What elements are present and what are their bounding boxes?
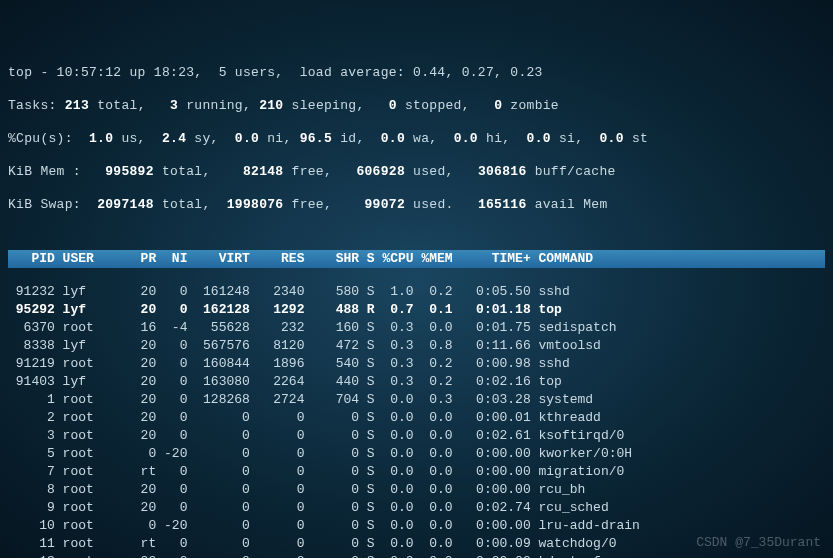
process-row: 91403 lyf 20 0 163080 2264 440 S 0.3 0.2… xyxy=(8,373,825,391)
watermark: CSDN @7_35Durant xyxy=(696,535,821,550)
summary-mem: KiB Mem : 995892 total, 82148 free, 6069… xyxy=(8,163,825,181)
process-row: 7 root rt 0 0 0 0 S 0.0 0.0 0:00.00 migr… xyxy=(8,463,825,481)
process-row: 10 root 0 -20 0 0 0 S 0.0 0.0 0:00.00 lr… xyxy=(8,517,825,535)
process-row: 5 root 0 -20 0 0 0 S 0.0 0.0 0:00.00 kwo… xyxy=(8,445,825,463)
process-row: 6370 root 16 -4 55628 232 160 S 0.3 0.0 … xyxy=(8,319,825,337)
summary-uptime: top - 10:57:12 up 18:23, 5 users, load a… xyxy=(8,64,825,82)
summary-tasks: Tasks: 213 total, 3 running, 210 sleepin… xyxy=(8,97,825,115)
process-row: 3 root 20 0 0 0 0 S 0.0 0.0 0:02.61 ksof… xyxy=(8,427,825,445)
process-row: 8338 lyf 20 0 567576 8120 472 S 0.3 0.8 … xyxy=(8,337,825,355)
process-row: 95292 lyf 20 0 162128 1292 488 R 0.7 0.1… xyxy=(8,301,825,319)
process-row: 9 root 20 0 0 0 0 S 0.0 0.0 0:02.74 rcu_… xyxy=(8,499,825,517)
process-row: 91219 root 20 0 160844 1896 540 S 0.3 0.… xyxy=(8,355,825,373)
process-row: 8 root 20 0 0 0 0 S 0.0 0.0 0:00.00 rcu_… xyxy=(8,481,825,499)
summary-cpu: %Cpu(s): 1.0 us, 2.4 sy, 0.0 ni, 96.5 id… xyxy=(8,130,825,148)
process-table-body: 91232 lyf 20 0 161248 2340 580 S 1.0 0.2… xyxy=(8,283,825,558)
process-table-header: PID USER PR NI VIRT RES SHR S %CPU %MEM … xyxy=(8,250,825,268)
process-row: 91232 lyf 20 0 161248 2340 580 S 1.0 0.2… xyxy=(8,283,825,301)
summary-swap: KiB Swap: 2097148 total, 1998076 free, 9… xyxy=(8,196,825,214)
process-row: 1 root 20 0 128268 2724 704 S 0.0 0.3 0:… xyxy=(8,391,825,409)
process-row: 2 root 20 0 0 0 0 S 0.0 0.0 0:00.01 kthr… xyxy=(8,409,825,427)
process-row: 13 root 20 0 0 0 0 S 0.0 0.0 0:00.00 kde… xyxy=(8,553,825,558)
